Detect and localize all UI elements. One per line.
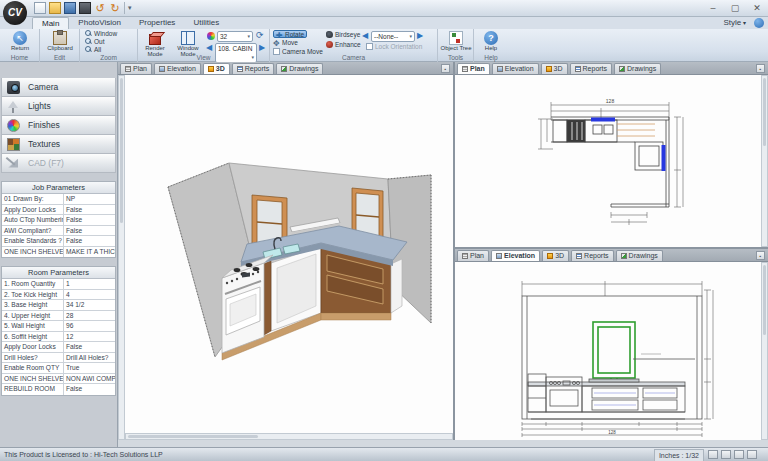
param-row[interactable]: Enable Standards ? False <box>2 236 115 247</box>
tab-drawings[interactable]: Drawings <box>616 250 663 261</box>
param-row[interactable]: 6. Soffit Height 12 <box>2 332 115 343</box>
next-orientation-arrow[interactable]: ▶ <box>417 30 423 41</box>
param-value[interactable]: 34 1/2 <box>64 300 115 310</box>
render-mode-button[interactable]: Render Mode <box>139 30 171 54</box>
main-viewport-vscrollbar[interactable] <box>118 75 125 440</box>
clipboard-button[interactable]: Clipboard <box>43 30 77 54</box>
param-row[interactable]: 2. Toe Kick Height 4 <box>2 290 115 301</box>
birdseye-button[interactable]: Birdseye <box>326 31 360 39</box>
param-value[interactable]: MAKE IT A THICK SHEL <box>64 247 115 258</box>
camera-tool-button[interactable]: Camera <box>1 78 116 97</box>
lock-orientation-checkbox[interactable]: Lock Orientation <box>366 43 422 51</box>
rotate-button[interactable]: Rotate <box>273 30 307 38</box>
tab-elevation[interactable]: Elevation <box>492 63 539 74</box>
param-value[interactable]: False <box>64 226 115 236</box>
param-row[interactable]: Auto CTop Numbering? False <box>2 215 115 226</box>
help-button[interactable]: Help <box>474 30 508 54</box>
print-icon[interactable] <box>79 2 91 14</box>
plan-viewport[interactable]: 128 <box>455 75 768 247</box>
open-file-icon[interactable] <box>49 2 61 14</box>
param-value[interactable]: False <box>64 236 115 246</box>
tab-3d[interactable]: 3D <box>203 63 230 74</box>
param-row[interactable]: ONE INCH SHELVES? NON AWI COMPLIANT <box>2 374 115 385</box>
return-button[interactable]: Return <box>3 30 37 54</box>
style-button[interactable]: Style <box>724 17 746 29</box>
plan-selected-item[interactable] <box>591 118 615 122</box>
save-icon[interactable] <box>64 2 76 14</box>
prev-orientation-arrow[interactable]: ◀ <box>362 30 368 41</box>
tab-elevation[interactable]: Elevation <box>491 250 540 261</box>
tab-plan[interactable]: Plan <box>457 63 490 74</box>
tab-plan[interactable]: Plan <box>120 63 152 74</box>
param-value[interactable]: Drill All Holes? <box>64 353 115 363</box>
param-row[interactable]: Apply Door Locks False <box>2 205 115 216</box>
param-row[interactable]: REBUILD ROOM False <box>2 384 115 395</box>
param-value[interactable]: 1 <box>64 279 115 289</box>
minimize-button[interactable]: – <box>706 2 720 14</box>
tab-3d[interactable]: 3D <box>541 63 568 74</box>
param-row[interactable]: 5. Wall Height 96 <box>2 321 115 332</box>
param-row[interactable]: 1. Room Quantity 1 <box>2 279 115 290</box>
param-row[interactable]: ONE INCH SHELVES? MAKE IT A THICK SHEL <box>2 247 115 258</box>
orientation-combo[interactable]: --None-- <box>371 31 415 42</box>
main-viewport-hscrollbar[interactable] <box>125 433 453 440</box>
plan-viewport-vscrollbar[interactable] <box>761 75 768 247</box>
tab-reports[interactable]: Reports <box>570 63 613 74</box>
lights-tool-button[interactable]: Lights <box>1 97 116 116</box>
param-value[interactable]: 96 <box>64 321 115 331</box>
plan-selected-item-2[interactable] <box>662 145 666 171</box>
new-file-icon[interactable] <box>34 2 46 14</box>
param-value[interactable]: False <box>64 205 115 215</box>
units-indicator[interactable]: Inches : 1/32 <box>654 449 704 461</box>
maximize-button[interactable]: ▢ <box>728 2 742 14</box>
elevation-viewport-vscrollbar[interactable] <box>761 262 768 440</box>
param-value[interactable]: 12 <box>64 332 115 342</box>
param-row[interactable]: AWI Compliant? False <box>2 226 115 237</box>
param-row[interactable]: Drill Holes? Drill All Holes? <box>2 353 115 364</box>
tab-drawings[interactable]: Drawings <box>276 63 323 74</box>
redo-icon[interactable] <box>109 2 121 14</box>
param-row[interactable]: 01 Drawn By: NP <box>2 194 115 205</box>
zoom-out-button[interactable]: Out <box>85 38 104 46</box>
prev-view-arrow[interactable]: ◀ <box>206 42 212 53</box>
param-value[interactable]: NP <box>64 194 115 204</box>
param-value[interactable]: False <box>64 215 115 225</box>
finishes-tool-button[interactable]: Finishes <box>1 116 116 135</box>
main-viewport-pane-button[interactable]: ▪ <box>441 64 450 73</box>
plan-viewport-pane-button[interactable]: ▪ <box>756 64 765 73</box>
status-icon-2[interactable] <box>734 450 744 459</box>
qat-dropdown-icon[interactable] <box>128 2 132 14</box>
window-mode-button[interactable]: Window Mode <box>172 30 204 54</box>
zoom-window-button[interactable]: Window <box>85 30 117 38</box>
param-value[interactable]: NON AWI COMPLIANT <box>64 374 115 384</box>
undo-icon[interactable] <box>94 2 106 14</box>
param-row[interactable]: Enable Room QTY True <box>2 363 115 374</box>
close-button[interactable]: ✕ <box>750 2 764 14</box>
main-3d-viewport[interactable] <box>118 75 453 440</box>
textures-tool-button[interactable]: Textures <box>1 135 116 154</box>
move-button[interactable]: Move <box>273 39 298 47</box>
status-icon-1[interactable] <box>721 450 731 459</box>
app-logo[interactable]: CV <box>3 1 27 25</box>
tab-photovision[interactable]: PhotoVision <box>69 17 130 29</box>
tab-properties[interactable]: Properties <box>130 17 184 29</box>
sync-view-button[interactable] <box>256 31 265 39</box>
tab-utilities[interactable]: Utilities <box>184 17 228 29</box>
tab-drawings[interactable]: Drawings <box>614 63 661 74</box>
tab-plan[interactable]: Plan <box>457 250 489 261</box>
param-value[interactable]: True <box>64 363 115 373</box>
tab-elevation[interactable]: Elevation <box>154 63 201 74</box>
elevation-viewport-pane-button[interactable]: ▪ <box>756 251 765 260</box>
tab-reports[interactable]: Reports <box>232 63 275 74</box>
param-row[interactable]: 3. Base Height 34 1/2 <box>2 300 115 311</box>
tab-reports[interactable]: Reports <box>571 250 614 261</box>
object-tree-button[interactable]: Object Tree <box>439 30 473 54</box>
elevation-viewport[interactable]: 128 <box>455 262 768 440</box>
param-value[interactable]: False <box>64 342 115 352</box>
enhance-button[interactable]: Enhance <box>326 41 361 49</box>
param-row[interactable]: Apply Door Locks False <box>2 342 115 353</box>
help-round-icon[interactable] <box>754 18 764 28</box>
param-value[interactable]: 28 <box>64 311 115 321</box>
param-value[interactable]: False <box>64 384 115 395</box>
param-row[interactable]: 4. Upper Height 28 <box>2 311 115 322</box>
